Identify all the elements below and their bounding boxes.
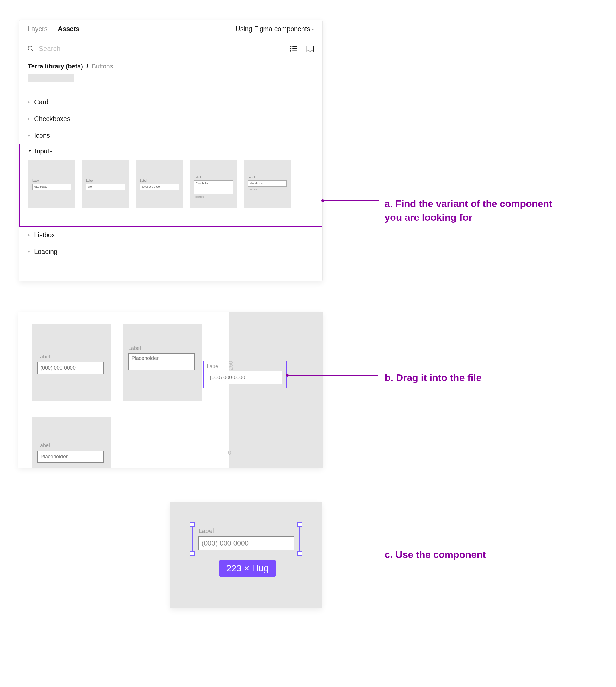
stage: Layers Assets Using Figma components ▾ bbox=[0, 0, 616, 687]
mini-input: (000) 000-0000 bbox=[140, 184, 179, 190]
calendar-icon bbox=[66, 185, 69, 188]
breadcrumb-library[interactable]: Terra library (beta) bbox=[28, 63, 83, 70]
selection-handle-bottom-left[interactable] bbox=[190, 551, 195, 556]
selection-handle-bottom-right[interactable] bbox=[297, 551, 303, 556]
tree-item-checkboxes[interactable]: ▶ Checkboxes bbox=[28, 111, 314, 127]
asset-tile-text-input[interactable]: Label Placeholder Helper text bbox=[244, 160, 291, 208]
chevron-right-icon: ▶ bbox=[28, 133, 34, 137]
annotation-connector bbox=[287, 375, 378, 375]
canvas-panel: Label (000) 000-0000 Label Placeholder L… bbox=[18, 312, 323, 468]
chevron-down-icon: ▾ bbox=[312, 27, 314, 31]
search-input[interactable] bbox=[38, 44, 281, 53]
mini-label: Label bbox=[37, 354, 50, 360]
asset-tile-money-input[interactable]: Label $ 0 -/ bbox=[82, 160, 129, 208]
mini-label: Label bbox=[128, 345, 141, 351]
library-book-icon[interactable] bbox=[306, 44, 314, 53]
mini-input: Placeholder bbox=[37, 451, 104, 463]
list-view-icon[interactable] bbox=[289, 44, 298, 53]
canvas-left: Label (000) 000-0000 Label Placeholder L… bbox=[18, 312, 223, 468]
breadcrumb: Terra library (beta) / Buttons bbox=[19, 59, 323, 74]
annotation-b: b. Drag it into the file bbox=[384, 371, 562, 385]
annotation-connector bbox=[323, 200, 379, 201]
searchbar bbox=[19, 38, 323, 59]
canvas-frame[interactable]: 250 0 bbox=[229, 312, 323, 468]
mini-label: Label bbox=[86, 179, 93, 182]
asset-tile-textarea[interactable]: Label Placeholder bbox=[123, 324, 202, 401]
asset-tile-date-input[interactable]: Label 01/02/2022 bbox=[28, 160, 75, 208]
asset-tile-grid: Label 01/02/2022 Label $ 0 -/ Label (000… bbox=[28, 160, 313, 208]
asset-tile-text-input[interactable]: Label Placeholder bbox=[31, 417, 111, 468]
tree-label: Icons bbox=[34, 132, 50, 139]
selected-component-instance[interactable]: Label (000) 000-0000 bbox=[193, 525, 300, 553]
mini-input: (000) 000-0000 bbox=[198, 536, 294, 550]
tree-item-card[interactable]: ▶ Card bbox=[28, 94, 314, 111]
chevron-right-icon: ▶ bbox=[28, 117, 34, 120]
mini-label: Label bbox=[37, 442, 50, 449]
mini-input: (000) 000-0000 bbox=[37, 362, 104, 374]
tree-label: Checkboxes bbox=[34, 115, 70, 123]
stepper-icon: -/ bbox=[122, 184, 124, 187]
svg-point-6 bbox=[290, 50, 291, 51]
selection-handle-top-right[interactable] bbox=[297, 522, 303, 527]
annotation-c: c. Use the component bbox=[384, 548, 562, 562]
asset-tile-stub[interactable] bbox=[28, 74, 74, 83]
mini-label: Label bbox=[194, 176, 201, 179]
selection-size-badge: 223 × Hug bbox=[219, 559, 277, 577]
tree-label: Inputs bbox=[35, 147, 53, 155]
svg-point-2 bbox=[290, 46, 291, 47]
asset-tile-phone-input[interactable]: Label (000) 000-0000 bbox=[136, 160, 183, 208]
search-icon bbox=[27, 45, 34, 52]
tree-label: Listbox bbox=[34, 231, 55, 239]
tab-assets[interactable]: Assets bbox=[58, 25, 79, 33]
annotation-a: a. Find the variant of the component you… bbox=[384, 197, 562, 224]
svg-point-4 bbox=[290, 48, 291, 49]
assets-panel: Layers Assets Using Figma components ▾ bbox=[19, 20, 323, 281]
mini-helper: Helper text bbox=[194, 196, 204, 198]
mini-input: Placeholder bbox=[128, 353, 195, 370]
tree-section-inputs: ▼ Inputs Label 01/02/2022 Label $ 0 -/ bbox=[19, 144, 323, 227]
tree-item-listbox[interactable]: ▶ Listbox bbox=[28, 227, 314, 243]
tree-label: Loading bbox=[34, 248, 58, 256]
asset-tile-textarea[interactable]: Label Placeholder Helper text bbox=[190, 160, 237, 208]
mini-input: Placeholder bbox=[194, 180, 233, 194]
mini-input: Placeholder bbox=[248, 180, 287, 187]
frame-dimension-label: 0 bbox=[228, 450, 231, 456]
mini-label: Label bbox=[32, 179, 39, 182]
panel-body: ▶ Card ▶ Checkboxes ▶ Icons ▼ Inputs Lab… bbox=[19, 74, 323, 260]
chevron-down-icon: ▼ bbox=[28, 149, 35, 153]
selected-component-panel: Label (000) 000-0000 223 × Hug bbox=[170, 502, 322, 608]
mini-input: (000) 000-0000 bbox=[207, 371, 282, 384]
mini-input: $ 0 bbox=[86, 184, 125, 190]
tree-item-icons[interactable]: ▶ Icons bbox=[28, 127, 314, 144]
mini-label: Label bbox=[140, 179, 147, 182]
chevron-right-icon: ▶ bbox=[28, 250, 34, 253]
pages-dropdown[interactable]: Using Figma components ▾ bbox=[236, 25, 314, 33]
mini-label: Label bbox=[198, 527, 214, 535]
mini-label: Label bbox=[207, 364, 219, 370]
asset-tile-phone-input[interactable]: Label (000) 000-0000 bbox=[31, 324, 111, 401]
mini-helper: Helper text bbox=[248, 188, 258, 190]
tabbar: Layers Assets Using Figma components ▾ bbox=[19, 20, 323, 38]
selection-handle-top-left[interactable] bbox=[190, 522, 195, 527]
pages-dropdown-label: Using Figma components bbox=[236, 25, 310, 33]
breadcrumb-page[interactable]: Buttons bbox=[92, 63, 113, 70]
chevron-right-icon: ▶ bbox=[28, 233, 34, 237]
svg-line-1 bbox=[32, 50, 34, 51]
tree-item-inputs[interactable]: ▼ Inputs bbox=[28, 144, 313, 158]
breadcrumb-separator: / bbox=[85, 63, 90, 70]
tree-item-loading[interactable]: ▶ Loading bbox=[28, 243, 314, 260]
dragged-component-instance[interactable]: Label (000) 000-0000 bbox=[203, 361, 287, 388]
tree-label: Card bbox=[34, 98, 48, 106]
tab-layers[interactable]: Layers bbox=[28, 25, 47, 33]
svg-point-0 bbox=[28, 46, 32, 50]
chevron-right-icon: ▶ bbox=[28, 100, 34, 104]
mini-label: Label bbox=[248, 176, 255, 179]
